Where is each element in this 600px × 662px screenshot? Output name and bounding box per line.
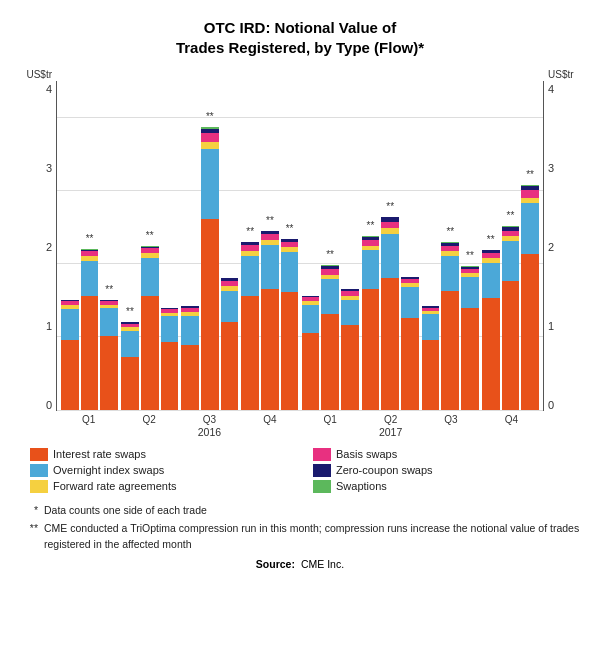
- bar-col: **: [461, 266, 479, 410]
- legend-label: Interest rate swaps: [53, 448, 146, 460]
- footnote-star: **: [20, 521, 38, 553]
- x-year-label: [483, 426, 540, 438]
- bar-col: **: [261, 231, 279, 410]
- chart-inner: ********************************: [56, 81, 544, 411]
- bar-star-label: **: [386, 201, 394, 212]
- bar-star-label: **: [266, 215, 274, 226]
- footnotes: *Data counts one side of each trade**CME…: [20, 503, 580, 556]
- bar-segment-irs: [61, 340, 79, 410]
- bar-segment-irs: [121, 357, 139, 410]
- legend-label: Overnight index swaps: [53, 464, 164, 476]
- bar-star-label: **: [86, 233, 94, 244]
- bar-segment-ois: [502, 241, 520, 281]
- legend-label: Zero-coupon swaps: [336, 464, 433, 476]
- bar-star-label: **: [246, 226, 254, 237]
- x-quarter-label: Q4: [483, 414, 540, 425]
- bar-group: ****: [362, 217, 419, 410]
- x-year-label: [60, 426, 117, 438]
- bar-segment-ois: [422, 314, 440, 340]
- legend-label: Swaptions: [336, 480, 387, 492]
- bar-segment-irs: [341, 325, 359, 409]
- y-tick-left: 4: [46, 83, 52, 95]
- legend-swatch: [313, 480, 331, 493]
- y-tick-left: 1: [46, 320, 52, 332]
- bar-star-label: **: [367, 220, 375, 231]
- bar-col: [422, 306, 440, 409]
- bar-segment-irs: [401, 318, 419, 410]
- bar-star-label: **: [206, 111, 214, 122]
- bar-col: **: [201, 127, 219, 409]
- x-quarter-label: Q4: [241, 414, 298, 425]
- bar-star-label: **: [326, 249, 334, 260]
- bar-col: [161, 308, 179, 410]
- bar-segment-irs: [321, 314, 339, 409]
- bar-col: **: [482, 250, 500, 410]
- bar-segment-ois: [401, 287, 419, 318]
- bar-group: **: [302, 265, 359, 409]
- bar-group: ****: [121, 246, 178, 409]
- footnote-text: CME conducted a TriOptima compression ru…: [44, 521, 580, 553]
- chart-area: US$trUS$tr 01234 ***********************…: [20, 69, 580, 438]
- bar-col: **: [441, 242, 459, 409]
- footnote-text: Data counts one side of each trade: [44, 503, 580, 519]
- bar-col: **: [100, 300, 118, 410]
- bar-segment-ois: [362, 250, 380, 288]
- bar-segment-irs: [461, 308, 479, 409]
- x-year-label: [422, 426, 479, 438]
- bar-segment-ois: [161, 316, 179, 342]
- bar-col: **: [241, 242, 259, 410]
- bar-segment-ois: [281, 252, 299, 292]
- bar-col: **: [362, 236, 380, 409]
- bar-segment-ois: [121, 331, 139, 357]
- bar-col: **: [381, 217, 399, 410]
- x-quarter-label: Q1: [302, 414, 359, 425]
- bar-segment-ois: [261, 245, 279, 289]
- bar-segment-ois: [61, 309, 79, 340]
- footnote-row: **CME conducted a TriOptima compression …: [20, 521, 580, 553]
- y-tick-right: 4: [548, 83, 554, 95]
- bar-group: **: [181, 127, 238, 409]
- bar-segment-irs: [441, 291, 459, 410]
- bar-col: [302, 296, 320, 410]
- legend: Interest rate swapsBasis swapsOvernight …: [20, 448, 580, 493]
- y-axis-right: 01234: [544, 81, 580, 411]
- bar-segment-basis: [381, 222, 399, 229]
- bar-segment-basis: [521, 190, 539, 197]
- bar-star-label: **: [105, 284, 113, 295]
- y-axis-left: 01234: [20, 81, 56, 411]
- legend-swatch: [30, 448, 48, 461]
- source-row: Source: CME Inc.: [256, 558, 344, 570]
- bar-star-label: **: [466, 250, 474, 261]
- bar-segment-irs: [482, 298, 500, 409]
- bar-segment-irs: [422, 340, 440, 410]
- bar-col: [401, 277, 419, 410]
- y-tick-right: 1: [548, 320, 554, 332]
- y-axis-top-label-left: US$tr: [20, 69, 56, 80]
- bar-segment-irs: [161, 342, 179, 409]
- bar-segment-irs: [521, 254, 539, 409]
- bar-segment-irs: [221, 322, 239, 410]
- y-tick-right: 0: [548, 399, 554, 411]
- x-year-label: 2017: [362, 426, 419, 438]
- legend-item: Basis swaps: [313, 448, 580, 461]
- bar-col: [341, 289, 359, 409]
- grid-line: [57, 410, 543, 411]
- bar-segment-basis: [201, 133, 219, 142]
- legend-item: Zero-coupon swaps: [313, 464, 580, 477]
- bar-segment-irs: [381, 278, 399, 410]
- bar-col: **: [141, 246, 159, 409]
- bar-segment-irs: [241, 296, 259, 410]
- bar-col: **: [81, 249, 99, 410]
- bar-star-label: **: [507, 210, 515, 221]
- legend-item: Swaptions: [313, 480, 580, 493]
- x-quarter-label: Q3: [422, 414, 479, 425]
- bar-segment-ois: [181, 316, 199, 345]
- x-quarter-label: Q1: [60, 414, 117, 425]
- bar-segment-ois: [441, 256, 459, 291]
- x-quarter-label: Q3: [181, 414, 238, 425]
- bar-col: [221, 278, 239, 410]
- x-year-label: 2016: [181, 426, 238, 438]
- bar-segment-ois: [81, 261, 99, 296]
- bar-col: **: [521, 185, 539, 409]
- y-tick-right: 2: [548, 241, 554, 253]
